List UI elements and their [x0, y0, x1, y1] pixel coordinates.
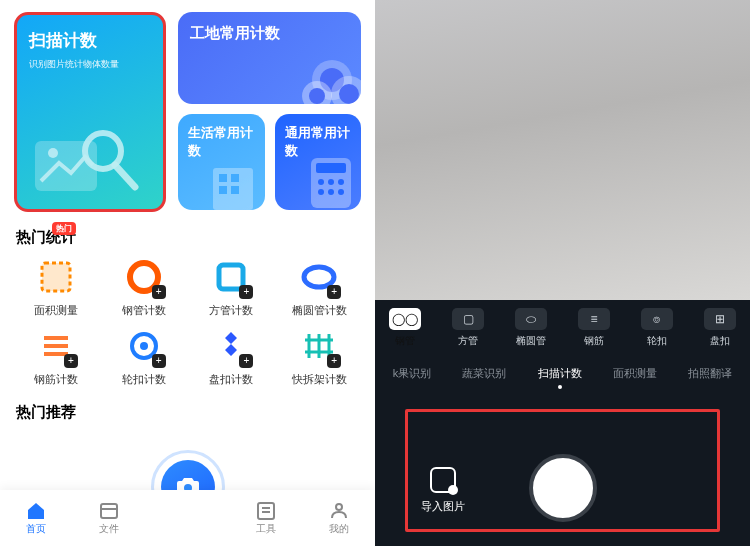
plus-badge: + — [152, 285, 166, 299]
nav-label: 文件 — [99, 522, 119, 536]
card-construction-count[interactable]: 工地常用计数 — [178, 12, 361, 104]
shutter-button[interactable] — [529, 454, 597, 522]
nav-home[interactable]: 首页 — [12, 500, 60, 536]
import-label: 导入图片 — [421, 499, 465, 514]
svg-line-3 — [115, 165, 135, 187]
stats-label: 椭圆管计数 — [292, 303, 347, 318]
stats-label: 轮扣计数 — [122, 372, 166, 387]
tool-icon: ⬭ — [515, 308, 547, 330]
mode-option[interactable]: k果识别 — [389, 364, 436, 383]
card-title: 工地常用计数 — [190, 24, 280, 41]
building-icon — [203, 160, 263, 210]
mode-option[interactable]: 蔬菜识别 — [458, 364, 510, 383]
nav-label: 首页 — [26, 522, 46, 536]
tool-椭圆管[interactable]: ⬭ 椭圆管 — [501, 308, 562, 348]
tool-方管[interactable]: ▢ 方管 — [438, 308, 499, 348]
mode-option[interactable]: 拍照翻译 — [684, 364, 736, 383]
stats-icon: + — [299, 326, 339, 366]
card-subtitle: 识别图片统计物体数量 — [29, 58, 151, 71]
stats-icon: + — [36, 326, 76, 366]
nav-me[interactable]: 我的 — [315, 500, 363, 536]
section-hot-rec: 热门推荐 — [16, 403, 359, 422]
tool-label: 轮扣 — [626, 334, 687, 348]
stats-icon — [36, 257, 76, 297]
pipes-icon — [277, 40, 361, 104]
import-image-button[interactable]: 导入图片 — [421, 467, 465, 514]
svg-rect-12 — [231, 174, 239, 182]
plus-badge: + — [327, 354, 341, 368]
stats-item[interactable]: + 盘扣计数 — [190, 326, 274, 387]
svg-point-19 — [338, 179, 344, 185]
hot-badge: 热门 — [52, 222, 76, 235]
bottom-nav: 首页 文件 工具 我的 — [0, 490, 375, 546]
tool-icon: ⊞ — [704, 308, 736, 330]
svg-point-1 — [48, 148, 58, 158]
camera-controls: 导入图片 — [375, 389, 750, 546]
nav-files[interactable]: 文件 — [85, 500, 133, 536]
tool-label: 盘扣 — [689, 334, 750, 348]
nav-label: 工具 — [256, 522, 276, 536]
svg-point-9 — [309, 88, 325, 104]
card-general-count[interactable]: 通用常用计数 — [275, 114, 362, 210]
mode-option[interactable]: 面积测量 — [609, 364, 661, 383]
camera-viewfinder[interactable] — [375, 0, 750, 300]
stats-item[interactable]: + 快拆架计数 — [277, 326, 361, 387]
card-daily-count[interactable]: 生活常用计数 — [178, 114, 265, 210]
stats-label: 方管计数 — [209, 303, 253, 318]
stats-icon: + — [299, 257, 339, 297]
stats-item[interactable]: + 钢筋计数 — [14, 326, 98, 387]
stats-label: 面积测量 — [34, 303, 78, 318]
tool-label: 椭圆管 — [501, 334, 562, 348]
tool-轮扣[interactable]: ⌾ 轮扣 — [626, 308, 687, 348]
plus-badge: + — [327, 285, 341, 299]
stats-label: 盘扣计数 — [209, 372, 253, 387]
svg-point-32 — [140, 342, 148, 350]
home-screen: 扫描计数 识别图片统计物体数量 工地常用计数 生活 — [0, 0, 375, 546]
stats-label: 快拆架计数 — [292, 372, 347, 387]
stats-item[interactable]: + 方管计数 — [190, 257, 274, 318]
stats-icon: + — [211, 326, 251, 366]
svg-rect-13 — [219, 186, 227, 194]
stats-item[interactable]: + 椭圆管计数 — [277, 257, 361, 318]
stats-icon: + — [211, 257, 251, 297]
svg-point-7 — [339, 84, 359, 104]
image-icon — [430, 467, 456, 493]
tool-label: 钢筋 — [563, 334, 624, 348]
card-scan-count[interactable]: 扫描计数 识别图片统计物体数量 — [14, 12, 166, 212]
svg-rect-23 — [42, 263, 70, 291]
material-toolbar: ◯◯ 钢管 ▢ 方管 ⬭ 椭圆管 ≡ 钢筋 ⌾ 轮扣 ⊞ 盘扣 — [375, 300, 750, 354]
mode-option[interactable]: 扫描计数 — [534, 364, 586, 383]
stats-item[interactable]: + 钢管计数 — [102, 257, 186, 318]
mode-selector: k果识别蔬菜识别扫描计数面积测量拍照翻译 — [375, 354, 750, 389]
stats-item[interactable]: + 轮扣计数 — [102, 326, 186, 387]
stats-grid: 面积测量 + 钢管计数 + 方管计数 + 椭圆管计数 + 钢筋计数 — [14, 257, 361, 387]
tool-盘扣[interactable]: ⊞ 盘扣 — [689, 308, 750, 348]
tool-icon: ⌾ — [641, 308, 673, 330]
stats-icon: + — [124, 257, 164, 297]
tool-label: 方管 — [438, 334, 499, 348]
nav-icon — [255, 500, 277, 522]
tool-钢管[interactable]: ◯◯ 钢管 — [375, 308, 436, 348]
tool-icon: ▢ — [452, 308, 484, 330]
tool-icon: ◯◯ — [389, 308, 421, 330]
tool-钢筋[interactable]: ≡ 钢筋 — [563, 308, 624, 348]
plus-badge: + — [239, 354, 253, 368]
svg-rect-16 — [316, 163, 346, 173]
nav-icon — [25, 500, 47, 522]
plus-badge: + — [239, 285, 253, 299]
stats-item[interactable]: 面积测量 — [14, 257, 98, 318]
nav-icon — [328, 500, 350, 522]
tool-icon: ≡ — [578, 308, 610, 330]
tool-label: 钢管 — [375, 334, 436, 348]
card-title: 生活常用计数 — [188, 125, 253, 158]
card-title: 扫描计数 — [29, 29, 151, 52]
calculator-icon — [303, 154, 357, 210]
stats-label: 钢筋计数 — [34, 372, 78, 387]
nav-label: 我的 — [329, 522, 349, 536]
camera-screen: ◯◯ 钢管 ▢ 方管 ⬭ 椭圆管 ≡ 钢筋 ⌾ 轮扣 ⊞ 盘扣 k果识别蔬菜识别… — [375, 0, 750, 546]
stats-label: 钢管计数 — [122, 303, 166, 318]
nav-tools[interactable]: 工具 — [242, 500, 290, 536]
svg-rect-34 — [101, 504, 117, 518]
nav-icon — [98, 500, 120, 522]
svg-point-21 — [328, 189, 334, 195]
